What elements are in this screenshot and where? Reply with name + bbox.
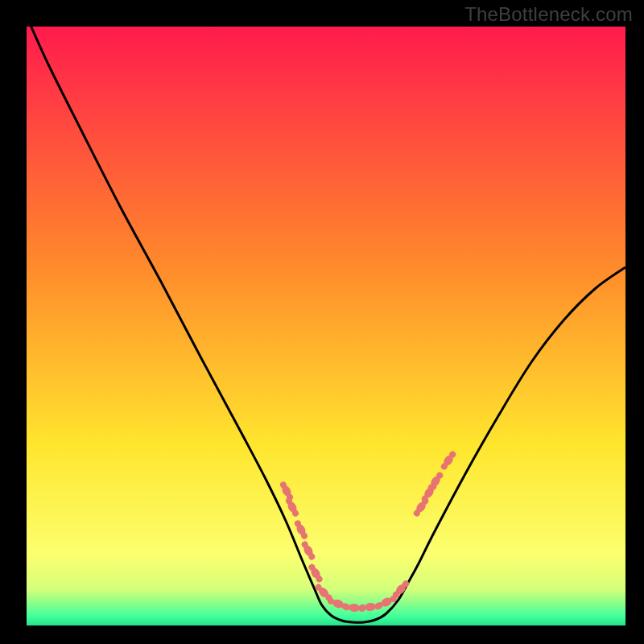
plot-background xyxy=(27,27,625,625)
chart-stage: TheBottleneck.com xyxy=(0,0,644,644)
bottleneck-chart xyxy=(0,0,644,644)
